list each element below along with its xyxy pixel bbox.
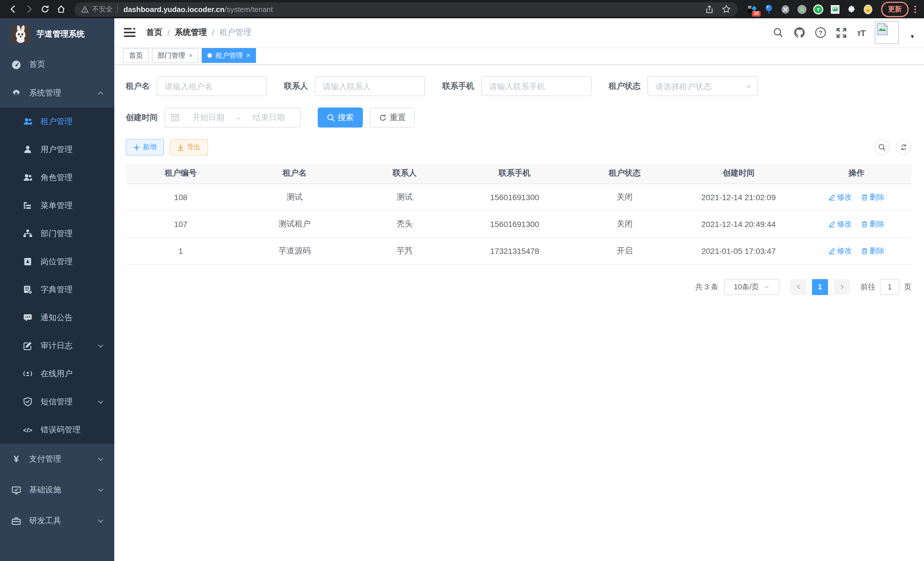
extension-y-icon[interactable]: Y <box>813 4 824 14</box>
chevron-down-icon <box>764 284 770 290</box>
create-time-range-picker[interactable]: 开始日期 - 结束日期 <box>165 108 301 128</box>
sidebar-item-dept[interactable]: 部门管理 <box>0 220 114 248</box>
tag-home[interactable]: 首页 <box>123 48 148 63</box>
github-icon[interactable] <box>794 27 805 38</box>
extension-chat-icon[interactable] <box>830 4 840 14</box>
cell-tenant-id: 107 <box>126 211 236 237</box>
browser-forward-icon[interactable] <box>22 2 37 17</box>
page-number-1[interactable]: 1 <box>812 279 828 295</box>
org-chart-icon <box>23 229 33 238</box>
top-navbar: 首页 / 系统管理 / 租户管理 ? <box>114 18 924 47</box>
browser-back-icon[interactable] <box>6 2 21 17</box>
avatar-dropdown-caret[interactable]: ▼ <box>910 34 915 39</box>
extension-balloon-icon[interactable] <box>764 4 774 14</box>
goto-page-input[interactable] <box>880 279 899 295</box>
edit-link[interactable]: 修改 <box>829 192 852 202</box>
tag-tenant-active[interactable]: 租户管理 × <box>202 48 256 63</box>
search-button[interactable]: 搜索 <box>318 108 363 128</box>
trash-icon <box>861 194 868 200</box>
extensions-puzzle-icon[interactable] <box>846 4 856 14</box>
sidebar-item-system[interactable]: 系统管理 <box>0 79 114 108</box>
system-submenu: 租户管理 用户管理 角色管理 <box>0 108 114 444</box>
svg-text:⌘: ⌘ <box>782 6 788 13</box>
page-suffix-label: 页 <box>904 282 911 292</box>
chrome-update-button[interactable]: 更新 <box>881 2 909 17</box>
extension-badge: 10 <box>752 11 760 17</box>
sidebar-item-sms[interactable]: 短信管理 <box>0 388 114 416</box>
cell-mobile: 15601691300 <box>456 211 574 237</box>
url-path[interactable]: /system/tenant <box>225 5 273 14</box>
start-date-placeholder[interactable]: 开始日期 <box>183 112 234 123</box>
contact-input[interactable] <box>315 76 425 96</box>
delete-link[interactable]: 删除 <box>861 192 884 202</box>
url-bar[interactable]: 不安全 dashboard.yudao.iocoder.cn/system/te… <box>74 2 738 16</box>
prev-page-button[interactable] <box>790 279 806 295</box>
refresh-table-button[interactable] <box>896 140 911 155</box>
browser-toolbar: 不安全 dashboard.yudao.iocoder.cn/system/te… <box>0 0 924 18</box>
delete-link[interactable]: 删除 <box>861 246 884 256</box>
col-created: 创建时间 <box>676 164 801 183</box>
sidebar-item-tenant[interactable]: 租户管理 <box>0 108 114 135</box>
cell-created: 2021-12-14 20:49:44 <box>676 211 801 237</box>
export-button[interactable]: 导出 <box>170 139 208 156</box>
end-date-placeholder[interactable]: 结束日期 <box>243 112 294 123</box>
tag-dept[interactable]: 部门管理 × <box>152 48 198 63</box>
user-avatar[interactable] <box>875 21 899 44</box>
help-icon[interactable]: ? <box>814 27 826 38</box>
edit-log-icon <box>23 341 33 350</box>
close-icon[interactable]: × <box>189 51 193 59</box>
close-icon[interactable]: × <box>246 51 250 59</box>
security-label[interactable]: 不安全 <box>92 4 112 14</box>
sidebar-item-role[interactable]: 角色管理 <box>0 164 114 192</box>
breadcrumb-separator: / <box>212 28 214 37</box>
sidebar-item-audit-log[interactable]: 审计日志 <box>0 332 114 360</box>
fullscreen-icon[interactable] <box>836 27 847 38</box>
delete-link[interactable]: 删除 <box>861 219 884 229</box>
font-size-icon[interactable]: тT <box>857 28 865 38</box>
toggle-search-button[interactable] <box>874 140 890 155</box>
browser-home-icon[interactable] <box>54 2 69 17</box>
page-size-select[interactable]: 10条/页 <box>724 279 779 295</box>
sidebar-item-devtools[interactable]: 研发工具 <box>0 505 114 536</box>
delete-link-label: 删除 <box>869 246 884 256</box>
sidebar-item-post[interactable]: 岗位管理 <box>0 248 114 276</box>
url-host[interactable]: dashboard.yudao.iocoder.cn <box>123 5 225 14</box>
breadcrumb-system[interactable]: 系统管理 <box>175 27 207 38</box>
sidebar-fold-icon[interactable] <box>123 26 136 39</box>
security-warning-icon[interactable] <box>81 5 88 13</box>
profile-avatar-icon[interactable] <box>863 4 873 14</box>
table-row: 107 测试租户 秃头 15601691300 关闭 2021-12-14 20… <box>126 211 911 237</box>
breadcrumb-home[interactable]: 首页 <box>146 27 162 38</box>
tenant-name-input[interactable] <box>157 76 267 96</box>
sidebar-item-label: 岗位管理 <box>40 256 73 267</box>
extension-command-icon[interactable]: ⌘ <box>780 4 790 14</box>
sidebar-item-label: 字典管理 <box>40 284 73 295</box>
sidebar-item-infra[interactable]: 基础设施 <box>0 475 114 505</box>
sidebar-item-online-user[interactable]: 在线用户 <box>0 360 114 388</box>
shield-check-icon <box>23 397 33 407</box>
share-icon[interactable] <box>705 5 714 14</box>
browser-menu-icon[interactable] <box>914 5 916 13</box>
reset-button[interactable]: 重置 <box>370 108 415 128</box>
table-row: 108 测试 测试 15601691300 关闭 2021-12-14 21:0… <box>126 183 911 211</box>
header-search-icon[interactable] <box>772 27 784 38</box>
edit-link[interactable]: 修改 <box>829 219 852 229</box>
sidebar-item-home[interactable]: 首页 <box>0 50 114 79</box>
sidebar-item-pay[interactable]: ¥ 支付管理 <box>0 444 114 475</box>
cell-created: 2021-12-14 21:02:09 <box>676 183 801 211</box>
edit-link[interactable]: 修改 <box>829 246 852 256</box>
sidebar-item-errcode[interactable]: </> 错误码管理 <box>0 416 114 444</box>
sidebar-item-menu[interactable]: 菜单管理 <box>0 192 114 220</box>
extension-tabs-icon[interactable]: 10 <box>747 4 757 14</box>
add-button[interactable]: 新增 <box>126 139 164 156</box>
extension-dot-icon[interactable] <box>796 4 807 14</box>
sidebar-logo-row[interactable]: 芋道管理系统 <box>0 18 114 50</box>
next-page-button[interactable] <box>834 279 850 295</box>
browser-reload-icon[interactable] <box>38 2 52 17</box>
sidebar-item-notice[interactable]: 通知公告 <box>0 304 114 332</box>
bookmark-star-icon[interactable] <box>722 5 731 14</box>
status-select[interactable] <box>647 76 758 96</box>
sidebar-item-user[interactable]: 用户管理 <box>0 135 114 164</box>
sidebar-item-dict[interactable]: 字典管理 <box>0 276 114 304</box>
mobile-input[interactable] <box>481 76 591 96</box>
